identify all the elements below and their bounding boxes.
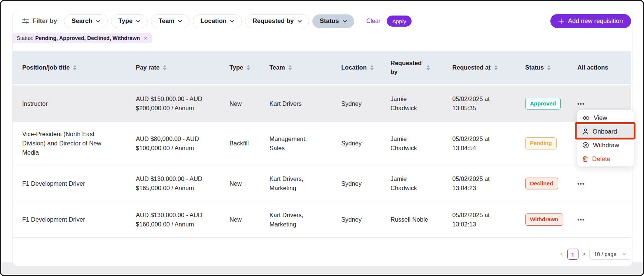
type-cell: Backfill [229,139,249,148]
filter-pill-location[interactable]: Location [193,14,242,28]
requested-at-cell: 05/02/2025 at 13:04:54 [452,134,500,153]
page-number-button[interactable]: 1 [567,249,578,260]
position-cell: F1 Development Driver [22,215,85,224]
sort-icon[interactable] [163,65,167,70]
location-cell: Sydney [341,99,362,108]
team-cell: Kart Drivers, Marketing [269,211,321,229]
plus-icon [559,18,564,24]
active-filter-chip: Status: Pending, Approved, Declined, Wit… [13,33,152,43]
requested-at-cell: 05/02/2025 at 13:02:13 [452,211,500,229]
column-header-team[interactable]: Team [269,63,341,72]
menu-item-delete[interactable]: Delete [577,152,634,166]
apply-filters-button[interactable]: Apply [387,16,412,27]
table-header-row: Position/job title Pay rate Type Team Lo… [13,51,631,85]
person-icon [583,128,588,135]
row-actions-ellipsis-button[interactable]: ••• [577,100,585,108]
requested-by-cell: Jamie Chadwick [390,134,434,153]
type-cell: New [229,215,242,224]
menu-item-view[interactable]: View [577,111,634,125]
row-actions-ellipsis-button[interactable]: ••• [577,180,585,188]
requested-at-cell: 05/02/2025 at 13:05:35 [452,94,500,113]
chip-close-icon[interactable]: ✕ [144,36,147,41]
location-cell: Sydney [341,139,362,148]
table-row[interactable]: Vice-President (North East Division) and… [13,122,631,165]
clear-filters-link[interactable]: Clear [366,18,380,24]
chevron-down-icon [230,20,234,23]
position-cell: Instructor [22,99,48,108]
chip-values: Pending, Approved, Declined, Withdrawn [35,35,140,41]
column-header-pay-rate[interactable]: Pay rate [136,63,229,72]
previous-page-button[interactable]: < [560,251,563,258]
requested-at-cell: 05/02/2025 at 13:04:23 [452,174,500,193]
x-circle-icon [583,142,589,148]
menu-item-onboard[interactable]: Onboard [577,125,634,138]
team-cell: Management, Sales [269,134,321,153]
status-badge: Withdrawn [525,213,563,226]
filter-pill-team[interactable]: Team [151,14,189,28]
chevron-down-icon [96,20,100,23]
menu-item-withdraw[interactable]: Withdraw [577,138,634,152]
status-badge: Approved [525,98,561,110]
sort-icon[interactable] [426,65,430,70]
requested-by-cell: Jamie Chadwick [390,174,434,193]
filter-pill-status[interactable]: Status [312,14,354,28]
table-row[interactable]: F1 Development Driver AUD $130,000.00 - … [13,202,631,238]
row-actions-menu: View Onboard Withdraw D [577,110,634,166]
filter-by-label: Filter by [22,17,57,25]
next-page-button[interactable]: > [582,251,586,258]
menu-item-label: Withdraw [593,142,619,149]
sort-icon[interactable] [370,65,374,70]
column-header-type[interactable]: Type [229,63,269,72]
sort-icon[interactable] [547,65,551,70]
row-actions-ellipsis-button[interactable]: ••• [577,216,585,223]
sort-icon[interactable] [73,65,77,70]
page-size-value: 10 / page [594,251,616,257]
requested-by-cell: Russell Noble [390,215,428,224]
filter-pill-type[interactable]: Type [111,14,148,28]
eye-icon [583,115,590,121]
table-row[interactable]: Instructor AUD $150,000.00 - AUD $200,00… [13,85,631,122]
chevron-down-icon [178,20,182,23]
status-badge: Declined [525,178,558,190]
column-header-status[interactable]: Status [525,63,577,72]
location-cell: Sydney [341,215,362,224]
filter-pill-search[interactable]: Search [64,14,108,28]
column-header-position[interactable]: Position/job title [22,63,136,72]
filter-bar: Filter by Search Type Team Location Requ… [22,14,631,28]
sort-icon[interactable] [246,65,250,70]
requisitions-table: Position/job title Pay rate Type Team Lo… [13,51,631,238]
pagination: < 1 > 10 / page [560,249,631,260]
team-cell: Kart Drivers, Marketing [269,174,321,193]
column-header-requested-at[interactable]: Requested at [452,63,525,72]
type-cell: New [229,179,242,188]
pay-rate-cell: AUD $80,000.00 - AUD $100,000.00 / Annum [136,134,212,153]
menu-item-label: View [594,114,607,122]
menu-item-label: Delete [592,155,610,163]
filter-pill-requested-by[interactable]: Requested by [245,14,309,28]
type-cell: New [229,99,242,108]
team-cell: Kart Drivers [269,99,302,108]
chevron-down-icon [136,20,140,23]
status-badge: Pending [525,137,557,149]
sort-icon[interactable] [494,65,498,70]
column-header-requested-by[interactable]: Requested by [390,59,452,76]
page-size-select[interactable]: 10 / page [589,249,631,260]
chevron-down-icon [298,20,302,23]
add-new-requisition-button[interactable]: Add new requisition [550,14,631,28]
sliders-icon [22,18,29,24]
chevron-down-icon [623,253,626,255]
requisitions-panel: Filter by Search Type Team Location Requ… [12,10,633,266]
pay-rate-cell: AUD $150,000.00 - AUD $200,000.00 / Annu… [136,94,212,113]
menu-item-label: Onboard [593,128,617,135]
sort-icon[interactable] [288,65,292,70]
pay-rate-cell: AUD $130,000.00 - AUD $165,000.00 / Annu… [136,174,212,193]
column-header-all-actions: All actions [577,63,631,72]
chevron-down-icon [343,20,347,23]
location-cell: Sydney [341,179,362,188]
chip-prefix: Status: [17,35,33,41]
column-header-location[interactable]: Location [341,63,390,72]
position-cell: Vice-President (North East Division) and… [22,129,113,157]
table-row[interactable]: F1 Development Driver AUD $130,000.00 - … [13,165,631,202]
pay-rate-cell: AUD $130,000.00 - AUD $160,000.00 / Annu… [136,211,212,229]
requested-by-cell: Jamie Chadwick [390,94,434,113]
